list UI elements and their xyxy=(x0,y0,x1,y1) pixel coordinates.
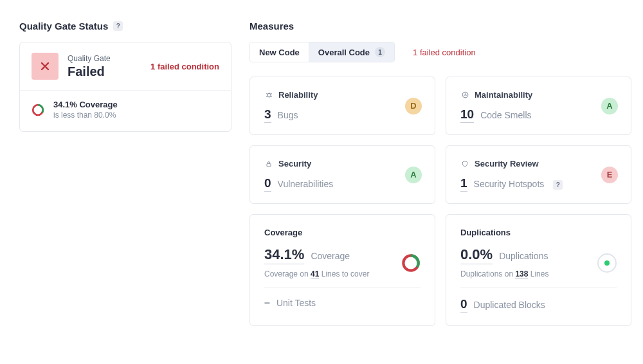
svg-point-2 xyxy=(267,93,270,96)
duplications-sub-suffix: Lines xyxy=(528,269,548,278)
security-label: Vulnerabilities xyxy=(278,179,334,189)
lock-icon xyxy=(264,159,273,168)
duplications-label: Duplications xyxy=(499,251,548,261)
coverage-lines-link[interactable]: 41 xyxy=(311,269,319,279)
security-rating[interactable]: A xyxy=(405,167,422,183)
help-icon[interactable]: ? xyxy=(553,180,563,190)
maintainability-rating[interactable]: A xyxy=(601,98,618,114)
measures-failed-link[interactable]: 1 failed condition xyxy=(413,48,476,57)
security-review-value[interactable]: 1 xyxy=(460,176,467,192)
coverage-value[interactable]: 34.1% xyxy=(264,246,304,264)
security-review-title: Security Review xyxy=(475,159,539,168)
duplicated-blocks-value[interactable]: 0 xyxy=(460,297,467,313)
coverage-donut-icon xyxy=(32,104,44,116)
tab-overall-code[interactable]: Overall Code 1 xyxy=(309,42,394,62)
condition-title: 34.1% Coverage xyxy=(53,100,118,109)
dash-icon: – xyxy=(264,297,270,309)
duplications-subline: Duplications on 138 Lines xyxy=(460,269,617,278)
reliability-card: Reliability 3 Bugs D xyxy=(249,77,435,135)
coverage-subline: Coverage on 41 Lines to cover xyxy=(264,269,421,278)
coverage-title: Coverage xyxy=(264,228,421,237)
security-review-rating[interactable]: E xyxy=(601,167,618,183)
security-review-card: Security Review 1 Security Hotspots ? E xyxy=(446,145,631,204)
help-icon[interactable]: ? xyxy=(113,21,123,31)
code-smell-icon xyxy=(460,91,469,100)
duplications-title: Duplications xyxy=(460,228,617,237)
quality-gate-section-title: Quality Gate Status ? xyxy=(19,21,231,32)
coverage-sub-prefix: Coverage on xyxy=(264,269,311,278)
maintainability-title: Maintainability xyxy=(475,90,532,100)
security-card: Security 0 Vulnerabilities A xyxy=(249,145,435,204)
failed-icon xyxy=(32,53,59,80)
measures-section-title: Measures xyxy=(249,21,631,32)
reliability-title: Reliability xyxy=(278,90,318,100)
security-review-label: Security Hotspots xyxy=(474,179,545,189)
security-value[interactable]: 0 xyxy=(264,176,271,192)
duplications-donut-icon xyxy=(597,253,617,273)
duplications-lines-link[interactable]: 138 xyxy=(515,269,528,279)
quality-gate-title-text: Quality Gate Status xyxy=(19,21,108,32)
duplications-sub-prefix: Duplications on xyxy=(460,269,515,278)
tab-overall-code-label: Overall Code xyxy=(318,48,370,57)
svg-rect-4 xyxy=(267,163,271,167)
duplications-card: Duplications 0.0% Duplications Duplicati… xyxy=(446,214,631,326)
tab-new-code[interactable]: New Code xyxy=(250,42,309,62)
coverage-label: Coverage xyxy=(311,251,350,261)
bug-icon xyxy=(264,91,273,100)
quality-gate-summary: Quality Gate Failed 1 failed condition xyxy=(20,42,231,90)
quality-gate-status: Failed xyxy=(68,64,141,79)
maintainability-label: Code Smells xyxy=(480,110,531,120)
divider xyxy=(460,287,617,288)
quality-gate-condition-row[interactable]: 34.1% Coverage is less than 80.0% xyxy=(20,90,231,131)
measures-tab-group: New Code Overall Code 1 xyxy=(249,42,395,62)
reliability-value[interactable]: 3 xyxy=(264,107,271,123)
quality-gate-label: Quality Gate xyxy=(68,54,141,63)
tab-overall-badge: 1 xyxy=(375,47,385,57)
coverage-sub-suffix: Lines to cover xyxy=(319,269,369,278)
unit-tests-label: Unit Tests xyxy=(276,298,316,308)
condition-subtitle: is less than 80.0% xyxy=(53,111,118,120)
security-title: Security xyxy=(278,159,311,168)
tab-new-code-label: New Code xyxy=(259,48,300,57)
reliability-label: Bugs xyxy=(278,110,298,120)
reliability-rating[interactable]: D xyxy=(405,98,422,114)
maintainability-value[interactable]: 10 xyxy=(460,107,474,123)
coverage-donut-icon xyxy=(401,253,421,273)
measures-tab-row: New Code Overall Code 1 1 failed conditi… xyxy=(249,42,631,62)
measures-title-text: Measures xyxy=(249,21,294,32)
duplications-value[interactable]: 0.0% xyxy=(460,246,493,264)
maintainability-card: Maintainability 10 Code Smells A xyxy=(446,77,631,135)
quality-gate-card: Quality Gate Failed 1 failed condition 3… xyxy=(19,42,231,132)
divider xyxy=(264,287,421,288)
quality-gate-failed-link[interactable]: 1 failed condition xyxy=(150,62,219,71)
duplicated-blocks-label: Duplicated Blocks xyxy=(474,300,545,310)
coverage-card: Coverage 34.1% Coverage Coverage on 41 L… xyxy=(249,214,435,326)
shield-icon xyxy=(460,159,469,168)
